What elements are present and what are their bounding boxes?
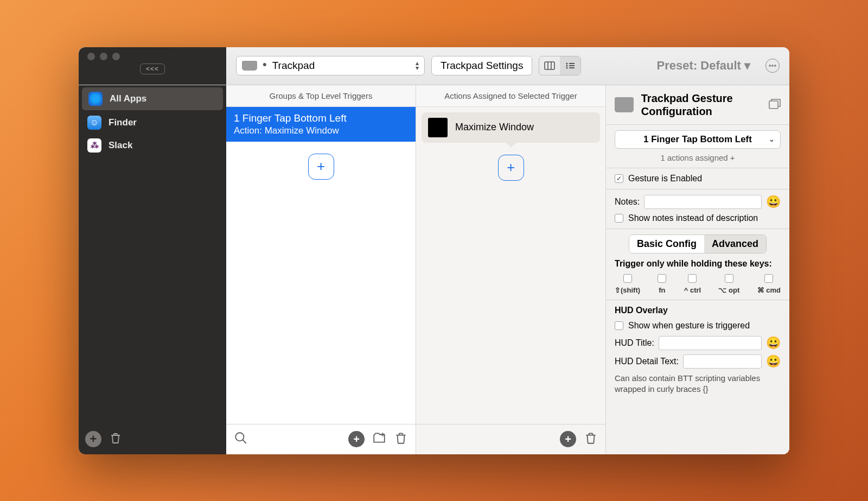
gesture-select-section: 1 Finger Tap Bottom Left ⌄ 1 actions ass… (606, 124, 789, 168)
hud-note: Can also contain BTT scripting variables… (615, 373, 781, 395)
actions-column-header: Actions Assigned to Selected Trigger (416, 85, 605, 107)
svg-rect-13 (769, 101, 778, 109)
sidebar-item-label: Slack (108, 140, 132, 151)
actions-list: Maximize Window + (416, 107, 605, 424)
hud-detail-label: HUD Detail Text: (615, 357, 679, 366)
sidebar-item-all-apps[interactable]: 🌐 All Apps (82, 87, 223, 110)
finder-icon: ☺ (87, 116, 101, 130)
gesture-dropdown[interactable]: 1 Finger Tap Bottom Left ⌄ (615, 130, 781, 149)
config-tabs: Basic Config Advanced (629, 234, 767, 253)
show-notes-checkbox[interactable] (615, 214, 623, 223)
hud-title-label: HUD Title: (615, 338, 654, 348)
svg-point-7 (566, 67, 568, 68)
mod-cmd-label: ⌘ cmd (757, 286, 781, 294)
window-traffic-lights (79, 47, 226, 60)
mod-opt-checkbox[interactable] (725, 274, 733, 283)
zoom-window-button[interactable] (112, 53, 120, 60)
mod-ctrl-checkbox[interactable] (688, 274, 697, 283)
svg-line-10 (242, 440, 246, 443)
add-trigger-button[interactable]: + (308, 154, 334, 180)
detach-panel-button[interactable] (769, 98, 781, 111)
trackpad-icon (242, 61, 257, 71)
sidebar-header: <<< (79, 47, 226, 85)
actions-assigned-label[interactable]: 1 actions assigned + (615, 153, 781, 162)
show-notes-label: Show notes instead of description (628, 213, 758, 223)
emoji-picker-button[interactable]: 😀 (766, 354, 781, 369)
triggers-list: 1 Finger Tap Bottom Left Action: Maximiz… (226, 107, 416, 424)
add-app-button[interactable]: + (85, 431, 101, 447)
svg-point-5 (566, 65, 568, 66)
trigger-title: 1 Finger Tap Bottom Left (234, 112, 408, 124)
mod-shift-checkbox[interactable] (623, 274, 632, 283)
dropdown-chevrons-icon: ▴▾ (416, 61, 419, 71)
modifier-key-row: ⇧(shift) fn ^ ctrl ⌥ opt ⌘ cmd (615, 274, 781, 294)
mod-cmd-checkbox[interactable] (764, 274, 773, 283)
actions-footer: + (416, 424, 605, 454)
trigger-subtitle: Action: Maximize Window (234, 125, 408, 136)
inspector-panel: Trackpad Gesture Configuration 1 Finger … (606, 85, 789, 454)
main-body: 🌐 All Apps ☺ Finder ⁂ Slack + (79, 85, 789, 454)
notes-label: Notes: (615, 197, 640, 207)
tab-advanced[interactable]: Advanced (704, 235, 766, 253)
add-trigger-footer-button[interactable]: + (348, 431, 365, 447)
sidebar-item-label: All Apps (110, 93, 146, 104)
enabled-section: Gesture is Enabled (606, 168, 789, 189)
search-button[interactable] (234, 431, 248, 447)
inspector-scroll: Trackpad Gesture Configuration 1 Finger … (606, 85, 789, 454)
tab-basic-config[interactable]: Basic Config (629, 235, 704, 253)
more-menu-button[interactable]: ••• (765, 59, 780, 73)
triggers-footer: + (226, 424, 416, 454)
new-group-button[interactable] (372, 431, 386, 447)
globe-icon: 🌐 (88, 92, 103, 106)
column-view-button[interactable] (539, 56, 560, 75)
chevron-down-icon: ⌄ (769, 135, 775, 143)
delete-app-button[interactable] (109, 432, 122, 447)
gesture-enabled-checkbox[interactable] (615, 174, 623, 183)
list-view-button[interactable] (560, 56, 580, 75)
triggers-column: Groups & Top Level Triggers 1 Finger Tap… (226, 85, 416, 454)
action-row[interactable]: Maximize Window (422, 112, 600, 143)
collapse-sidebar-button[interactable]: <<< (140, 64, 165, 74)
svg-point-9 (235, 433, 244, 441)
emoji-picker-button[interactable]: 😀 (766, 336, 781, 350)
device-dropdown[interactable]: • Trackpad ▴▾ (236, 56, 425, 75)
notes-input[interactable] (644, 195, 762, 209)
emoji-picker-button[interactable]: 😀 (766, 195, 781, 209)
sidebar-item-label: Finder (108, 117, 137, 128)
config-section: Basic Config Advanced Trigger only while… (606, 229, 789, 300)
sidebar-app-list: 🌐 All Apps ☺ Finder ⁂ Slack (79, 85, 226, 424)
mod-opt-label: ⌥ opt (718, 286, 739, 294)
mod-ctrl-label: ^ ctrl (684, 286, 701, 294)
show-hud-label: Show when gesture is triggered (628, 321, 750, 331)
add-action-button[interactable]: + (498, 155, 524, 181)
sidebar-footer: + (79, 424, 226, 454)
device-dropdown-label: Trackpad (272, 60, 315, 72)
action-icon (428, 118, 448, 137)
toolbar-controls: • Trackpad ▴▾ Trackpad Settings Preset: … (226, 56, 789, 75)
actions-column: Actions Assigned to Selected Trigger Max… (416, 85, 606, 454)
delete-action-button[interactable] (584, 431, 598, 447)
gesture-enabled-label: Gesture is Enabled (628, 174, 702, 183)
add-action-footer-button[interactable]: + (560, 431, 576, 447)
delete-trigger-button[interactable] (394, 431, 408, 447)
minimize-window-button[interactable] (100, 53, 107, 60)
hud-section: HUD Overlay Show when gesture is trigger… (606, 300, 789, 400)
mod-shift-label: ⇧(shift) (615, 286, 640, 294)
sidebar-item-slack[interactable]: ⁂ Slack (79, 134, 226, 157)
hud-title-input[interactable] (659, 336, 762, 350)
action-label: Maximize Window (455, 122, 534, 133)
mod-fn-checkbox[interactable] (658, 274, 666, 283)
trackpad-settings-button[interactable]: Trackpad Settings (431, 56, 532, 75)
trigger-row[interactable]: 1 Finger Tap Bottom Left Action: Maximiz… (226, 107, 416, 142)
sidebar: 🌐 All Apps ☺ Finder ⁂ Slack + (79, 85, 226, 454)
hud-detail-input[interactable] (683, 354, 762, 369)
triggers-column-header: Groups & Top Level Triggers (226, 85, 416, 107)
preset-menu[interactable]: Preset: Default ▾ (657, 59, 750, 73)
show-hud-checkbox[interactable] (615, 321, 623, 330)
mod-fn-label: fn (659, 286, 665, 294)
close-window-button[interactable] (87, 53, 95, 60)
sidebar-item-finder[interactable]: ☺ Finder (79, 111, 226, 134)
modifiers-header: Trigger only while holding these keys: (615, 259, 781, 269)
slack-icon: ⁂ (87, 138, 101, 153)
trackpad-icon (615, 97, 634, 112)
